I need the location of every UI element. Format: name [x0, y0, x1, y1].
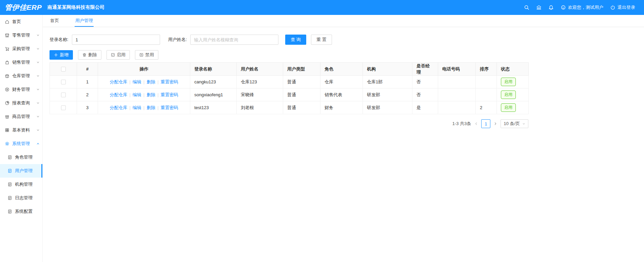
current-page-button[interactable]: 1: [481, 119, 490, 128]
tab-home[interactable]: 首页: [50, 15, 60, 27]
org-cell: 研发部: [363, 101, 412, 114]
delete-link[interactable]: 删除: [147, 92, 155, 97]
logout-button[interactable]: 退出登录: [610, 4, 635, 11]
status-badge[interactable]: 启用: [501, 103, 516, 112]
edit-link[interactable]: 编辑: [133, 92, 141, 97]
sidebar-item-finance[interactable]: 财务管理: [0, 83, 42, 96]
col-is-manager: 是否经理: [412, 63, 438, 76]
chevron-down-icon: [522, 122, 525, 125]
chevron-down-icon: [36, 128, 40, 132]
phone-cell: [438, 101, 476, 114]
edit-link[interactable]: 编辑: [133, 79, 141, 84]
user-name-cell: 仓库123: [237, 76, 283, 88]
app-logo: 管伊佳ERP: [0, 3, 43, 12]
login-name-cell: test123: [190, 101, 237, 114]
chevron-down-icon: [36, 88, 40, 91]
delete-link[interactable]: 删除: [147, 79, 155, 84]
status-badge[interactable]: 启用: [501, 78, 516, 86]
users-table: # 操作 登录名称 用户姓名 用户类型 角色 机构 是否经理 电话号码 排序 状…: [50, 62, 529, 114]
separator: |: [143, 105, 144, 110]
sidebar-item-system[interactable]: 系统管理: [0, 137, 42, 150]
add-button[interactable]: 新增: [50, 50, 73, 60]
sidebar-subitem-config[interactable]: 系统配置: [0, 205, 42, 218]
sidebar-item-basic-data[interactable]: 基本资料: [0, 123, 42, 137]
login-name-cell: cangku123: [190, 76, 237, 88]
main-area: 首页 用户管理 登录名称: 用户姓名: 查 询 重 置 新增: [43, 15, 644, 262]
separator: |: [143, 92, 144, 97]
sidebar-subitem-roles[interactable]: 角色管理: [0, 150, 42, 164]
assign-warehouse-link[interactable]: 分配仓库: [110, 79, 127, 84]
sort-cell: [476, 76, 497, 88]
status-badge[interactable]: 启用: [501, 90, 516, 99]
edit-link[interactable]: 编辑: [133, 105, 141, 110]
col-role: 角色: [320, 63, 363, 76]
user-welcome[interactable]: 欢迎您，测试用户: [561, 4, 603, 11]
sidebar-item-purchase[interactable]: 采购管理: [0, 42, 42, 56]
col-index: #: [77, 63, 98, 76]
sidebar: 首页 零售管理 采购管理 销售管理 仓库管理 财务管理: [0, 15, 43, 262]
pagination: 1-3 共3条 1 10 条/页: [50, 119, 528, 128]
sort-cell: [476, 88, 497, 101]
sidebar-subitem-label: 系统配置: [15, 208, 33, 215]
reset-password-link[interactable]: 重置密码: [161, 105, 178, 110]
row-checkbox[interactable]: [61, 93, 66, 97]
sidebar-item-retail[interactable]: 零售管理: [0, 28, 42, 42]
table-row: 1 分配仓库|编辑|删除|重置密码 cangku123 仓库123 普通 仓库 …: [50, 76, 529, 88]
disable-button[interactable]: 禁用: [135, 50, 158, 60]
sidebar-item-warehouse[interactable]: 仓库管理: [0, 69, 42, 83]
bag-icon: [5, 60, 9, 65]
search-button[interactable]: 查 询: [285, 35, 306, 45]
assign-warehouse-link[interactable]: 分配仓库: [110, 92, 127, 97]
sidebar-item-label: 基本资料: [12, 127, 30, 133]
disable-button-label: 禁用: [145, 52, 154, 58]
sidebar-item-label: 仓库管理: [12, 73, 30, 79]
assign-warehouse-link[interactable]: 分配仓库: [110, 105, 127, 110]
sidebar-subitem-label: 机构管理: [15, 181, 33, 187]
is-manager-cell: 是: [412, 101, 438, 114]
prev-page-icon[interactable]: [474, 122, 478, 125]
home-screen-icon[interactable]: [536, 5, 542, 10]
search-icon[interactable]: [524, 5, 529, 10]
col-user-name: 用户姓名: [237, 63, 283, 76]
company-name: 南通某某网络科技有限公司: [47, 4, 104, 11]
user-name-label: 用户姓名:: [168, 37, 187, 43]
row-index: 1: [77, 76, 98, 88]
row-index: 2: [77, 88, 98, 101]
enable-button[interactable]: 启用: [106, 50, 130, 60]
tab-user-management[interactable]: 用户管理: [75, 15, 94, 27]
reset-button[interactable]: 重 置: [311, 35, 332, 45]
delete-button[interactable]: 删除: [78, 50, 101, 60]
user-name-cell: 宋晓锋: [237, 88, 283, 101]
chevron-up-icon: [36, 142, 40, 145]
row-checkbox[interactable]: [61, 105, 66, 110]
separator: |: [143, 79, 144, 84]
reset-password-link[interactable]: 重置密码: [161, 79, 178, 84]
sidebar-item-products[interactable]: 商品管理: [0, 110, 42, 123]
col-org: 机构: [363, 63, 412, 76]
bell-icon[interactable]: [548, 5, 554, 10]
sidebar-item-sales[interactable]: 销售管理: [0, 56, 42, 69]
delete-link[interactable]: 删除: [147, 105, 155, 110]
page-size-select[interactable]: 10 条/页: [501, 119, 528, 128]
sidebar-item-label: 首页: [12, 19, 21, 25]
sidebar-item-reports[interactable]: 报表查询: [0, 96, 42, 110]
is-manager-cell: 否: [412, 88, 438, 101]
role-cell: 仓库: [320, 76, 363, 88]
sidebar-subitem-users[interactable]: 用户管理: [0, 164, 42, 178]
sidebar-subitem-logs[interactable]: 日志管理: [0, 191, 42, 205]
welcome-text: 欢迎您，测试用户: [568, 4, 603, 11]
reset-password-link[interactable]: 重置密码: [161, 92, 178, 97]
select-all-checkbox[interactable]: [61, 67, 66, 72]
table-row: 2 分配仓库|编辑|删除|重置密码 songxiaofeng1 宋晓锋 普通 销…: [50, 88, 529, 101]
plus-icon: [54, 53, 58, 57]
separator: |: [157, 79, 158, 84]
sidebar-item-home[interactable]: 首页: [0, 15, 42, 28]
next-page-icon[interactable]: [494, 122, 497, 125]
sidebar-subitem-orgs[interactable]: 机构管理: [0, 178, 42, 191]
login-name-input[interactable]: [72, 35, 160, 45]
login-name-cell: songxiaofeng1: [190, 88, 237, 101]
yen-icon: [5, 87, 9, 92]
row-checkbox[interactable]: [61, 80, 66, 84]
chevron-down-icon: [36, 47, 40, 51]
user-name-input[interactable]: [190, 35, 278, 45]
